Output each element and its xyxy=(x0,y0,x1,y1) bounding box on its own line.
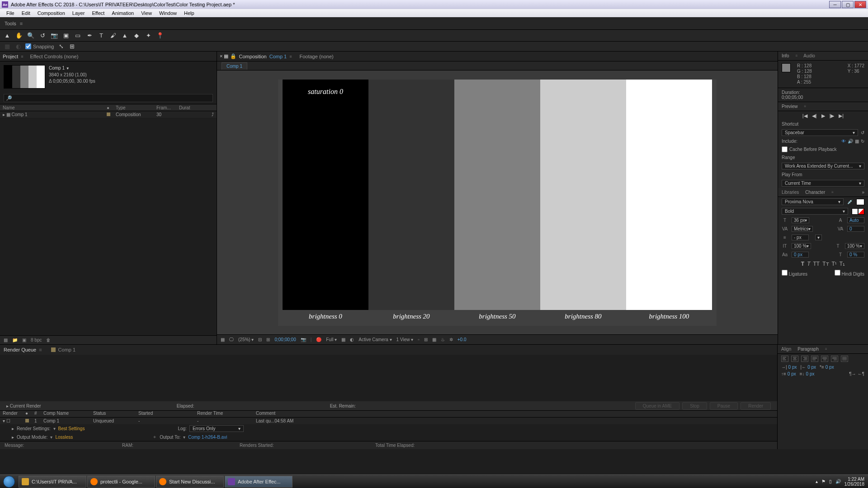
res-icon[interactable]: ⊟ xyxy=(258,337,262,342)
monitor-icon[interactable]: 🖵 xyxy=(229,337,234,342)
menu-layer[interactable]: Layer xyxy=(69,10,89,16)
composition-viewport[interactable]: saturation 0 brightness 0 brightness 20 … xyxy=(217,70,778,334)
playfrom-dropdown[interactable]: Current Time▾ xyxy=(782,180,864,187)
new-comp-icon[interactable]: ▣ xyxy=(22,338,26,343)
baseline-input[interactable]: 0 px xyxy=(792,252,809,258)
view-opt4-icon[interactable]: ♨ xyxy=(441,337,445,342)
prev-frame-icon[interactable]: ◀| xyxy=(812,113,817,119)
mask-icon[interactable]: ◐ xyxy=(350,337,354,342)
menu-help[interactable]: Help xyxy=(180,10,198,16)
view-opt3-icon[interactable]: ▦ xyxy=(432,337,436,342)
taskbar-item-explorer[interactable]: C:\Users\IT PRIVA... xyxy=(19,476,86,488)
tracking-input[interactable]: 0 xyxy=(847,226,864,232)
puppet-tool-icon[interactable]: 📍 xyxy=(156,32,164,39)
tab-character[interactable]: Character xyxy=(805,190,825,195)
snapping-checkbox[interactable] xyxy=(25,43,31,49)
font-size-input[interactable]: 36 px▾ xyxy=(792,217,809,223)
indent-first-input[interactable]: 0 px xyxy=(826,365,834,370)
include-loop-icon[interactable]: ↻ xyxy=(861,139,864,144)
quality-dropdown[interactable]: Full ▾ xyxy=(326,337,337,342)
tsume-input[interactable]: 0 % xyxy=(847,252,864,258)
interpret-icon[interactable]: ▦ xyxy=(4,338,8,343)
last-frame-icon[interactable]: ▶| xyxy=(839,113,844,119)
grid-icon[interactable]: ⊞ xyxy=(266,337,270,342)
superscript-button[interactable]: T¹ xyxy=(832,261,837,267)
taskbar-item-firefox-2[interactable]: Start New Discussi... xyxy=(156,476,224,488)
timecode[interactable]: 0;00;00;00 xyxy=(274,337,296,342)
taskbar-clock[interactable]: 1:22 AM 1/26/2018 xyxy=(844,477,865,487)
menu-file[interactable]: File xyxy=(3,10,18,16)
tray-arrow-icon[interactable]: ▴ xyxy=(816,479,818,484)
tab-libraries[interactable]: Libraries xyxy=(782,190,799,195)
camera-dropdown[interactable]: Active Camera ▾ xyxy=(359,337,392,342)
tab-footage[interactable]: Footage (none) xyxy=(299,54,333,59)
smallcaps-button[interactable]: Tᴛ xyxy=(822,261,829,267)
tab-paragraph[interactable]: Paragraph xyxy=(797,347,819,352)
justify-left-icon[interactable] xyxy=(811,356,818,362)
views-dropdown[interactable]: 1 View ▾ xyxy=(396,337,414,342)
tab-composition[interactable]: × ▦ 🔒 Composition Comp 1 ≡ xyxy=(220,53,291,59)
zoom-dropdown[interactable]: (25%) ▾ xyxy=(238,337,254,342)
direction-rtl-icon[interactable]: ←¶ xyxy=(858,371,864,376)
align-center-icon[interactable] xyxy=(791,356,798,362)
cache-checkbox[interactable]: Cache Before Playback xyxy=(782,146,837,152)
exposure[interactable]: +0.0 xyxy=(458,337,467,342)
font-dropdown[interactable]: Proxima Nova▾ xyxy=(782,198,844,205)
space-before-input[interactable]: 0 px xyxy=(788,371,796,376)
snapping-toggle[interactable]: Snapping xyxy=(25,43,54,49)
tab-timeline-comp[interactable]: Comp 1 xyxy=(51,347,76,352)
menu-composition[interactable]: Composition xyxy=(34,10,69,16)
next-frame-icon[interactable]: |▶ xyxy=(830,113,835,119)
pen-tool-icon[interactable]: ✒ xyxy=(86,32,93,39)
view-opt2-icon[interactable]: ⊞ xyxy=(424,337,428,342)
pause-button[interactable]: Pause xyxy=(710,402,738,410)
snap-opt2-icon[interactable]: ⊞ xyxy=(69,43,76,50)
ligatures-checkbox[interactable]: Ligatures xyxy=(782,270,807,277)
play-icon[interactable]: ▶ xyxy=(821,113,825,119)
channel-icon[interactable]: 🔴 xyxy=(316,337,321,342)
type-tool-icon[interactable]: T xyxy=(98,32,105,39)
menu-animation[interactable]: Animation xyxy=(108,10,137,16)
eyedropper-icon[interactable]: 💉 xyxy=(847,199,853,204)
align-right-icon[interactable] xyxy=(801,356,808,362)
view-opt5-icon[interactable]: ✲ xyxy=(449,337,453,342)
pan-behind-tool-icon[interactable]: ▣ xyxy=(62,32,70,39)
kerning-input[interactable]: Metrics▾ xyxy=(792,226,813,232)
selection-tool-icon[interactable]: ▲ xyxy=(4,32,11,39)
maximize-button[interactable]: ▢ xyxy=(842,1,854,8)
subscript-button[interactable]: T₁ xyxy=(840,261,845,267)
start-button[interactable] xyxy=(0,475,18,488)
justify-right-icon[interactable] xyxy=(831,356,838,362)
project-list-row[interactable]: ▸ ▦ Comp 1 Composition 30 ⤴ xyxy=(0,111,217,118)
tab-audio[interactable]: Audio xyxy=(803,53,815,58)
stroke-swatch[interactable] xyxy=(858,208,864,215)
space-after-input[interactable]: 0 px xyxy=(806,371,815,376)
view-opt-icon[interactable]: ▫ xyxy=(418,337,420,342)
clone-tool-icon[interactable]: ▲ xyxy=(121,32,128,39)
menu-view[interactable]: View xyxy=(137,10,156,16)
taskbar-item-firefox-1[interactable]: protectli - Google... xyxy=(87,476,155,488)
tab-align[interactable]: Align xyxy=(781,347,791,352)
magnify-icon[interactable]: ▦ xyxy=(221,337,225,342)
weight-dropdown[interactable]: Bold▾ xyxy=(782,208,848,215)
tray-flag-icon[interactable]: ⚑ xyxy=(821,479,826,484)
bold-button[interactable]: T xyxy=(801,261,804,267)
shortcut-dropdown[interactable]: Spacebar▾ xyxy=(782,129,858,136)
log-dropdown[interactable]: Errors Only▾ xyxy=(189,425,244,432)
add-output-icon[interactable]: ＋ xyxy=(152,434,157,440)
hindi-checkbox[interactable]: Hindi Digits xyxy=(835,270,864,277)
italic-button[interactable]: T xyxy=(807,261,810,267)
tab-project[interactable]: Project≡ xyxy=(3,54,23,59)
brush-tool-icon[interactable]: 🖌 xyxy=(109,32,117,39)
eraser-tool-icon[interactable]: ◆ xyxy=(133,32,140,39)
justify-center-icon[interactable] xyxy=(821,356,828,362)
stroke-input[interactable]: - px xyxy=(792,235,809,240)
menu-edit[interactable]: Edit xyxy=(18,10,34,16)
hand-tool-icon[interactable]: ✋ xyxy=(15,32,23,39)
menu-effect[interactable]: Effect xyxy=(88,10,108,16)
fill-color-swatch[interactable] xyxy=(856,199,864,205)
tray-network-icon[interactable]: ▯ xyxy=(829,479,832,484)
fill-swatch-2[interactable] xyxy=(852,208,858,215)
tab-preview[interactable]: Preview xyxy=(782,104,798,109)
comp-subtab[interactable]: Comp 1 xyxy=(222,62,247,70)
